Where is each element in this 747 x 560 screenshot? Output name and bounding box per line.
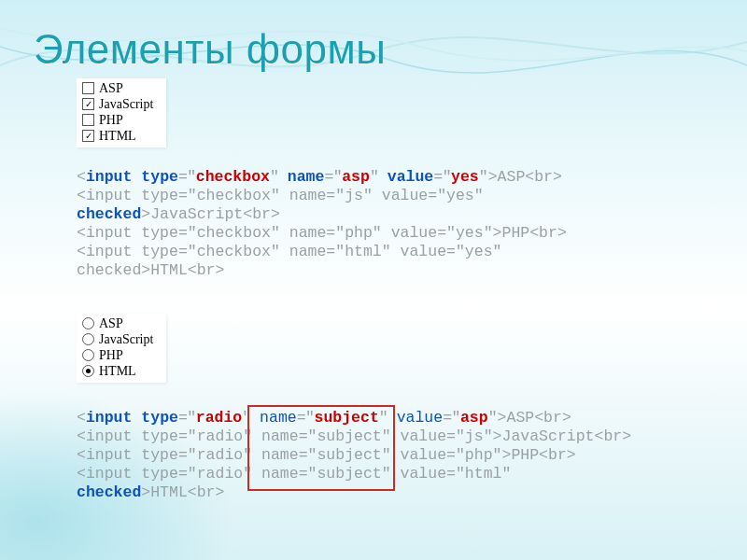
radio-row[interactable]: PHP (80, 347, 153, 363)
radio-row[interactable]: HTML (80, 363, 153, 379)
page-title: Элементы формы (34, 26, 386, 73)
checkbox-row[interactable]: PHP (80, 112, 153, 128)
radio-label: HTML (99, 364, 136, 379)
radio-icon (82, 333, 94, 345)
radio-label: PHP (99, 348, 123, 363)
radio-label: JavaScript (99, 332, 153, 347)
checkbox-row[interactable]: ASP (80, 80, 153, 96)
highlight-box (247, 405, 395, 491)
checkbox-icon (82, 82, 94, 94)
radio-demo-panel: ASP JavaScript PHP HTML (77, 314, 166, 383)
radio-row[interactable]: JavaScript (80, 331, 153, 347)
radio-icon (82, 317, 94, 329)
checkbox-row[interactable]: ✓HTML (80, 128, 153, 144)
checkbox-label: PHP (99, 113, 123, 128)
radio-label: ASP (99, 316, 123, 331)
radio-icon (82, 365, 94, 377)
checkbox-demo-panel: ASP ✓JavaScript PHP ✓HTML (77, 78, 166, 147)
checkbox-label: ASP (99, 81, 123, 96)
checkbox-icon: ✓ (82, 130, 94, 142)
checkbox-icon: ✓ (82, 98, 94, 110)
code-block-checkbox: <input type="checkbox" name="asp" value=… (77, 168, 567, 280)
checkbox-label: HTML (99, 129, 136, 144)
radio-row[interactable]: ASP (80, 315, 153, 331)
checkbox-row[interactable]: ✓JavaScript (80, 96, 153, 112)
radio-icon (82, 349, 94, 361)
checkbox-label: JavaScript (99, 97, 153, 112)
checkbox-icon (82, 114, 94, 126)
